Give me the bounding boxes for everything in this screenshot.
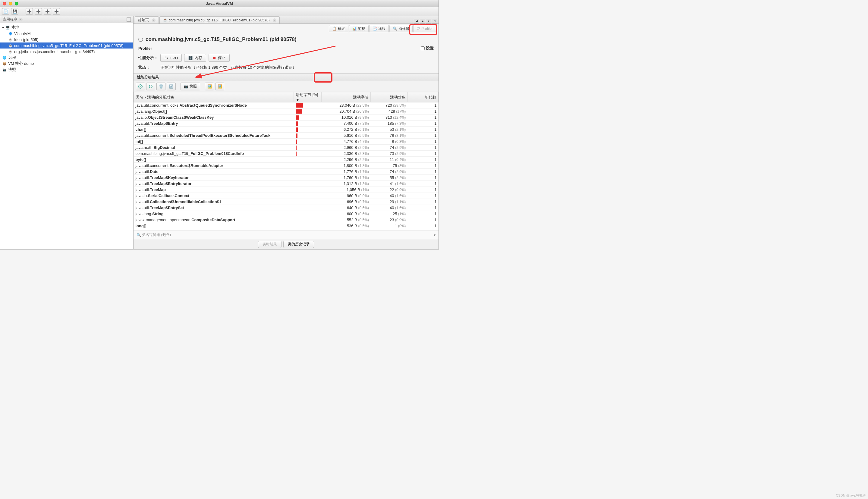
info-icon: 📋 [332, 26, 337, 31]
memory-button[interactable]: 🗄️内存 [184, 54, 206, 62]
snapshot-button[interactable]: 📷快照 [181, 83, 200, 90]
export-img1-button[interactable]: 🖼️ [205, 83, 214, 90]
table-row[interactable]: char[]6,272 B (6.1%)53 (2.1%)1 [134, 126, 439, 133]
tree-item-launcher[interactable]: ☕ org.jetbrains.jps.cmdline.Launcher (pi… [0, 49, 133, 54]
col-classname[interactable]: 类名 - 活动的分配对象 [134, 92, 294, 102]
app-subtabs: 📋概述 📊监视 📑线程 🔍抽样器 ⏱Profiler [134, 24, 439, 34]
table-row[interactable]: java.util.concurrent.locks.AbstractQueue… [134, 102, 439, 109]
tab-list-button[interactable]: ▾ [426, 19, 431, 24]
java-icon: ☕ [163, 18, 168, 23]
applications-tree: ▾🖥️ 本地 🔷 VisualVM ☕ Idea (pid 505) ☕ com… [0, 23, 133, 74]
table-row[interactable]: long[]536 B (0.5%)1 (0%)1 [134, 223, 439, 229]
table-row[interactable]: java.util.TreeMap$KeyIterator1,760 B (1.… [134, 175, 439, 181]
tree-item-problem01[interactable]: ☕ com.mashibing.jvm.c5_gc.T15_FullGC_Pro… [0, 42, 133, 49]
table-row[interactable]: java.io.SerialCallbackContext960 B (0.9%… [134, 193, 439, 199]
delete-button[interactable]: 🗑️ [156, 83, 166, 90]
stop-button[interactable]: ⏹停止 [209, 54, 230, 62]
bottom-bar: 实时结果 类的历史记录 [134, 239, 439, 249]
subtab-monitor[interactable]: 📊监视 [349, 25, 369, 32]
tree-node-remote[interactable]: 🌐 远程 [0, 54, 133, 61]
tree-item-visualvm[interactable]: 🔷 VisualVM [0, 31, 133, 36]
table-row[interactable]: java.util.TreeMap$Entry7,400 B (7.2%)185… [134, 121, 439, 126]
export-img2-button[interactable]: 🖼️ [215, 83, 224, 90]
status-text: 正在运行性能分析（已分析 1,896 个类，正在按每 10 个对象的间隔进行跟踪… [160, 65, 296, 70]
applications-title: 应用程序 [3, 17, 17, 22]
table-row[interactable]: java.io.ObjectStreamClass$WeakClassKey10… [134, 114, 439, 121]
table-row[interactable]: int[]4,776 B (4.7%)8 (0.3%)1 [134, 138, 439, 145]
java-icon: ☕ [8, 43, 13, 48]
plus-green-icon: ➕ [27, 9, 31, 14]
tree-node-snapshot[interactable]: 📷 快照 [0, 66, 133, 73]
table-row[interactable]: byte[]2,296 B (2.2%)11 (0.4%)1 [134, 157, 439, 163]
col-objects[interactable]: 活动对象 [371, 92, 408, 102]
tree-node-vmcore[interactable]: 📦 VM 核心 dump [0, 61, 133, 66]
filter-input[interactable]: 类名过滤器 (包含) [142, 232, 434, 238]
subtab-threads[interactable]: 📑线程 [369, 25, 389, 32]
gc-icon: 🔄 [169, 84, 174, 88]
history-button[interactable]: 类的历史记录 [283, 241, 314, 248]
table-row[interactable]: java.util.TreeMap$EntrySet640 B (0.6%)40… [134, 205, 439, 211]
table-row[interactable]: java.util.Collections$UnmodifiableCollec… [134, 199, 439, 205]
save-button[interactable]: 💾 [11, 8, 19, 15]
applications-panel: 应用程序 × ▾🖥️ 本地 🔷 VisualVM ☕ Idea (pid 505… [0, 16, 134, 249]
filter-icon: 🔍 [136, 233, 141, 237]
tab-next-button[interactable]: ▶ [420, 19, 425, 24]
editor-tabs: 起始页 × ☕ com mashibing jvm c5_gc T15_Full… [134, 16, 439, 24]
computer-icon: 🖥️ [5, 25, 10, 30]
table-row[interactable]: java.util.concurrent.Executors$RunnableA… [134, 163, 439, 169]
add-coredump-button[interactable]: ➕ [44, 8, 51, 15]
close-tab-icon[interactable]: × [273, 19, 277, 22]
close-window-button[interactable] [3, 2, 6, 5]
zoom-window-button[interactable] [15, 2, 19, 5]
add-snapshot-button[interactable]: ➕ [53, 8, 60, 15]
snapshot-icon: 📷 [2, 67, 7, 72]
tab-app[interactable]: ☕ com mashibing jvm c5_gc T15_FullGC_Pro… [159, 16, 280, 24]
memory-icon: 🗄️ [188, 56, 193, 60]
filter-dropdown-icon[interactable]: ▾ [434, 233, 436, 237]
subtab-profiler[interactable]: ⏱Profiler [413, 25, 436, 32]
table-row[interactable]: java.lang.Object[]20,704 B (20.3%)428 (1… [134, 109, 439, 114]
sort-desc-icon: ▼ [296, 98, 299, 102]
trash-icon: 🗑️ [159, 84, 163, 88]
tab-max-button[interactable]: □ [432, 19, 437, 24]
table-row[interactable]: java.lang.String600 B (0.6%)25 (1%)1 [134, 211, 439, 217]
chart-icon: 📊 [352, 26, 357, 31]
tree-item-idea[interactable]: ☕ Idea (pid 505) [0, 36, 133, 42]
tree-node-local[interactable]: ▾🖥️ 本地 [0, 24, 133, 31]
table-row[interactable]: java.util.TreeMap$EntryIterator1,312 B (… [134, 181, 439, 187]
main-toolbar: 📄 💾 ➕ ➕ ➕ ➕ [0, 7, 439, 16]
cycle-icon [148, 84, 153, 89]
close-panel-icon[interactable]: × [19, 18, 23, 21]
open-local-button[interactable]: 📄 [2, 8, 9, 15]
network-icon: 🌐 [2, 55, 7, 60]
settings-checkbox[interactable] [421, 46, 425, 50]
stop-icon: ⏹ [212, 56, 216, 60]
close-tab-icon[interactable]: × [152, 19, 156, 22]
toggle-panel-icon[interactable] [126, 17, 131, 22]
col-bytes[interactable]: 活动字节 [321, 92, 370, 102]
col-bytes-pct[interactable]: 活动字节 [%] ▼ [294, 92, 321, 102]
add-remote-button[interactable]: ➕ [26, 8, 33, 15]
table-row[interactable]: java.util.Date1,776 B (1.7%)74 (2.9%)1 [134, 169, 439, 175]
tab-prev-button[interactable]: ◀ [414, 19, 419, 24]
results-table-wrap[interactable]: 类名 - 活动的分配对象 活动字节 [%] ▼ 活动字节 活动对象 年代数 ja… [134, 92, 439, 231]
profiler-section-header: Profiler 设置 [134, 44, 439, 52]
gc-button[interactable]: 🔄 [167, 83, 176, 90]
table-row[interactable]: java.util.TreeMap1,056 B (1%)22 (0.9%)1 [134, 187, 439, 193]
table-row[interactable]: java.math.BigDecimal2,960 B (2.9%)74 (2.… [134, 145, 439, 151]
cpu-button[interactable]: ⏱CPU [160, 54, 182, 62]
autorefresh-button[interactable] [146, 83, 155, 90]
live-results-button[interactable]: 实时结果 [258, 241, 281, 248]
table-row[interactable]: java.util.concurrent.ScheduledThreadPool… [134, 133, 439, 138]
table-row[interactable]: com.mashibing.jvm.c5_gc.T15_FullGC_Probl… [134, 151, 439, 157]
refresh-button[interactable] [136, 83, 145, 90]
refresh-icon [138, 84, 143, 89]
subtab-overview[interactable]: 📋概述 [329, 25, 349, 32]
table-row[interactable]: javax.management.openmbean.CompositeData… [134, 217, 439, 223]
minimize-window-button[interactable] [9, 2, 12, 5]
sampler-icon: 🔍 [393, 26, 397, 31]
tab-start[interactable]: 起始页 × [135, 16, 159, 24]
subtab-sampler[interactable]: 🔍抽样器 [389, 25, 413, 32]
col-gens[interactable]: 年代数 [407, 92, 438, 102]
add-jmx-button[interactable]: ➕ [35, 8, 42, 15]
